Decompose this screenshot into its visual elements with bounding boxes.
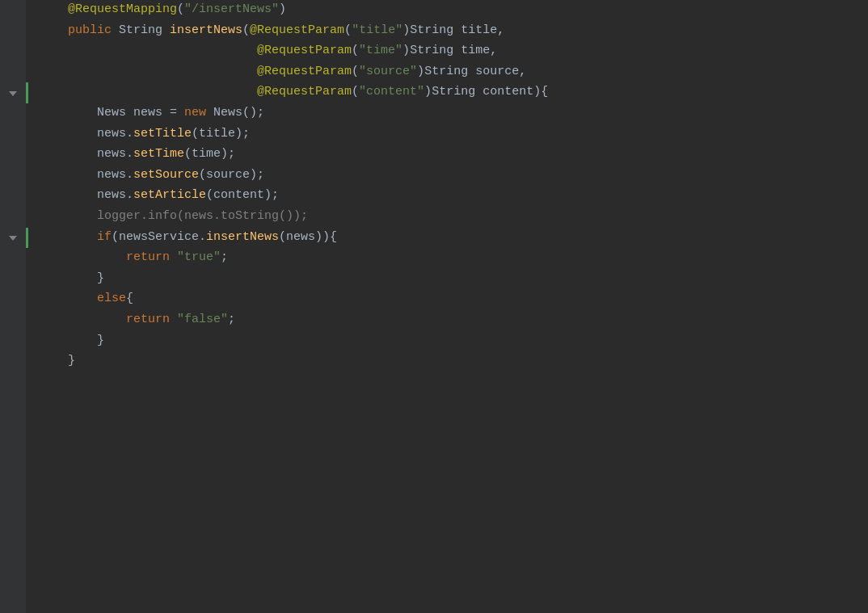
fold-4[interactable] (0, 62, 26, 83)
fold-15[interactable] (0, 289, 26, 310)
fold-1[interactable] (0, 0, 26, 21)
fold-7[interactable] (0, 124, 26, 145)
fold-16[interactable] (0, 310, 26, 331)
fold-2[interactable] (0, 21, 26, 42)
code-line-13: return "true"; (26, 248, 868, 269)
code-line-3: @RequestParam("time")String time, (26, 41, 868, 62)
code-content: @RequestMapping("/insertNews") public St… (26, 0, 868, 613)
code-editor: @RequestMapping("/insertNews") public St… (0, 0, 868, 613)
code-line-17: } (26, 331, 868, 352)
fold-8[interactable] (0, 145, 26, 166)
fold-14[interactable] (0, 269, 26, 290)
code-line-5: @RequestParam("content")String content){ (26, 82, 868, 103)
fold-17[interactable] (0, 331, 26, 352)
fold-11[interactable] (0, 207, 26, 228)
fold-18[interactable] (0, 351, 26, 372)
code-line-7: news.setTitle(title); (26, 124, 868, 145)
fold-13[interactable] (0, 248, 26, 269)
code-line-9: news.setSource(source); (26, 166, 868, 187)
fold-12[interactable] (0, 228, 26, 249)
fold-6[interactable] (0, 103, 26, 124)
code-line-4: @RequestParam("source")String source, (26, 62, 868, 83)
code-line-11: logger.info(news.toString()); (26, 207, 868, 228)
code-line-10: news.setArticle(content); (26, 186, 868, 207)
code-line-2: public String insertNews(@RequestParam("… (26, 21, 868, 42)
annotation-token: @RequestMapping (39, 0, 177, 19)
code-line-15: else{ (26, 289, 868, 310)
news-keyword: News (97, 103, 133, 123)
fold-10[interactable] (0, 186, 26, 207)
fold-5[interactable] (0, 82, 26, 103)
code-line-14: } (26, 269, 868, 290)
code-line-12: if(newsService.insertNews(news)){ (26, 228, 868, 249)
fold-9[interactable] (0, 166, 26, 187)
fold-3[interactable] (0, 41, 26, 62)
code-gutter (0, 0, 26, 613)
code-line-18: } (26, 351, 868, 372)
code-line-8: news.setTime(time); (26, 145, 868, 166)
code-line-6: News news = new News(); (26, 103, 868, 124)
code-line-1: @RequestMapping("/insertNews") (26, 0, 868, 21)
code-line-16: return "false"; (26, 310, 868, 331)
